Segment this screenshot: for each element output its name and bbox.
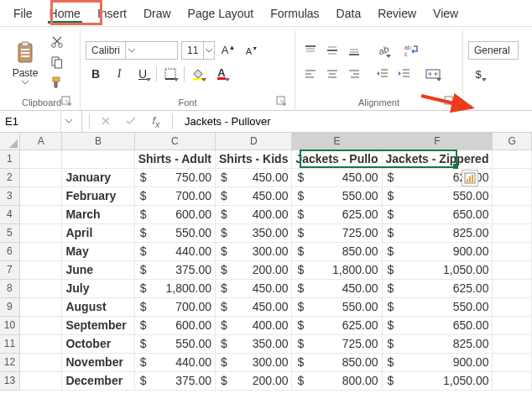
menu-data[interactable]: Data bbox=[328, 2, 370, 25]
cell-C8[interactable]: 1,800.00 bbox=[134, 279, 215, 297]
cell-G12[interactable] bbox=[493, 353, 532, 371]
align-bottom-button[interactable] bbox=[344, 41, 364, 60]
font-launcher[interactable] bbox=[276, 96, 288, 108]
cell-D3[interactable]: 450.00 bbox=[216, 186, 292, 205]
merge-center-button[interactable] bbox=[423, 65, 443, 83]
cell-A4[interactable] bbox=[19, 205, 62, 223]
cell-A8[interactable] bbox=[19, 279, 62, 297]
accounting-format-button[interactable]: $ bbox=[468, 65, 488, 83]
cell-D11[interactable]: 350.00 bbox=[216, 334, 292, 353]
cell-A5[interactable] bbox=[19, 223, 62, 242]
row-header[interactable]: 4 bbox=[0, 205, 19, 223]
align-center-button[interactable] bbox=[322, 65, 342, 83]
formula-input[interactable] bbox=[180, 115, 532, 128]
name-box[interactable] bbox=[0, 111, 82, 132]
cell-D4[interactable]: 400.00 bbox=[216, 205, 292, 223]
cell-C13[interactable]: 375.00 bbox=[134, 371, 215, 390]
cell-F11[interactable]: 825.00 bbox=[382, 334, 493, 353]
cell-B2[interactable]: January bbox=[62, 168, 134, 186]
row-header[interactable]: 2 bbox=[0, 168, 19, 186]
cell-G5[interactable] bbox=[493, 223, 532, 242]
cell-B4[interactable]: March bbox=[62, 205, 134, 223]
cancel-formula-button[interactable] bbox=[96, 115, 115, 128]
align-left-button[interactable] bbox=[300, 65, 321, 83]
cell-B9[interactable]: August bbox=[62, 297, 134, 316]
cut-button[interactable] bbox=[49, 34, 65, 50]
cell-E11[interactable]: 725.00 bbox=[292, 334, 382, 353]
cell-F5[interactable]: 825.00 bbox=[382, 223, 493, 242]
cell-E7[interactable]: 1,800.00 bbox=[292, 260, 382, 279]
cell-C7[interactable]: 375.00 bbox=[134, 260, 215, 279]
select-all-button[interactable] bbox=[0, 133, 19, 150]
cell-A2[interactable] bbox=[19, 168, 62, 186]
cell-D13[interactable]: 200.00 bbox=[216, 371, 292, 390]
number-format-combo[interactable]: General bbox=[468, 41, 519, 60]
quick-analysis-button[interactable] bbox=[462, 170, 478, 186]
menu-view[interactable]: View bbox=[425, 2, 467, 25]
menu-review[interactable]: Review bbox=[369, 2, 425, 25]
cell-G7[interactable] bbox=[493, 260, 532, 279]
cell-B12[interactable]: November bbox=[62, 353, 134, 371]
col-header-G[interactable]: G bbox=[493, 133, 532, 150]
cell-D9[interactable]: 450.00 bbox=[216, 297, 292, 316]
cell-B11[interactable]: October bbox=[62, 334, 134, 353]
cell-G8[interactable] bbox=[493, 279, 532, 297]
cell-G4[interactable] bbox=[493, 205, 532, 223]
cell-E8[interactable]: 450.00 bbox=[292, 279, 382, 297]
cell-B8[interactable]: July bbox=[62, 279, 134, 297]
row-header[interactable]: 11 bbox=[0, 334, 19, 353]
wrap-text-button[interactable]: abc bbox=[401, 41, 421, 60]
fill-color-button[interactable] bbox=[188, 65, 208, 83]
col-header-B[interactable]: B bbox=[62, 133, 134, 150]
cell-A12[interactable] bbox=[19, 353, 62, 371]
enter-formula-button[interactable] bbox=[122, 115, 140, 128]
cell-B1[interactable] bbox=[62, 150, 134, 168]
cell-C11[interactable]: 550.00 bbox=[134, 334, 215, 353]
menu-formulas[interactable]: Formulas bbox=[262, 2, 327, 25]
cell-E4[interactable]: 625.00 bbox=[292, 205, 382, 223]
menu-file[interactable]: File bbox=[5, 2, 41, 25]
cell-G3[interactable] bbox=[493, 186, 532, 205]
cell-A3[interactable] bbox=[19, 186, 62, 205]
menu-draw[interactable]: Draw bbox=[135, 2, 180, 25]
cell-A6[interactable] bbox=[19, 242, 62, 260]
row-header[interactable]: 7 bbox=[0, 260, 19, 279]
cell-C4[interactable]: 600.00 bbox=[134, 205, 215, 223]
row-header[interactable]: 5 bbox=[0, 223, 19, 242]
cell-F7[interactable]: 1,050.00 bbox=[382, 260, 493, 279]
cell-A13[interactable] bbox=[19, 371, 62, 390]
border-button[interactable] bbox=[160, 65, 180, 83]
align-top-button[interactable] bbox=[300, 41, 321, 60]
col-header-F[interactable]: F bbox=[382, 133, 493, 150]
cell-F8[interactable]: 625.00 bbox=[382, 279, 493, 297]
cell-D5[interactable]: 350.00 bbox=[216, 223, 292, 242]
name-box-input[interactable] bbox=[0, 115, 60, 128]
cell-F1[interactable]: Jackets - Zippered bbox=[382, 150, 493, 168]
font-color-button[interactable]: A bbox=[211, 65, 232, 83]
cell-G1[interactable] bbox=[493, 150, 532, 168]
menu-insert[interactable]: Insert bbox=[89, 2, 135, 25]
col-header-C[interactable]: C bbox=[134, 133, 215, 150]
cell-B13[interactable]: December bbox=[62, 371, 134, 390]
insert-function-button[interactable]: fx bbox=[147, 114, 165, 129]
cell-C2[interactable]: 750.00 bbox=[134, 168, 215, 186]
cell-D12[interactable]: 300.00 bbox=[216, 353, 292, 371]
cell-E5[interactable]: 725.00 bbox=[292, 223, 382, 242]
cell-E13[interactable]: 800.00 bbox=[292, 371, 382, 390]
increase-font-button[interactable]: A▲ bbox=[218, 41, 238, 60]
cell-D7[interactable]: 200.00 bbox=[216, 260, 292, 279]
paste-button[interactable]: Paste bbox=[8, 40, 42, 85]
cell-A10[interactable] bbox=[19, 316, 62, 334]
cell-C1[interactable]: Shirts - Adult bbox=[134, 150, 215, 168]
cell-D8[interactable]: 450.00 bbox=[216, 279, 292, 297]
row-header[interactable]: 3 bbox=[0, 186, 19, 205]
underline-button[interactable]: U bbox=[133, 65, 153, 83]
col-header-A[interactable]: A bbox=[19, 133, 62, 150]
cell-A1[interactable] bbox=[19, 150, 62, 168]
decrease-font-button[interactable]: A▼ bbox=[242, 41, 262, 60]
align-middle-button[interactable] bbox=[322, 41, 342, 60]
cell-F13[interactable]: 1,050.00 bbox=[382, 371, 493, 390]
format-painter-button[interactable] bbox=[49, 75, 65, 90]
cell-G11[interactable] bbox=[493, 334, 532, 353]
clipboard-launcher[interactable] bbox=[61, 96, 73, 108]
